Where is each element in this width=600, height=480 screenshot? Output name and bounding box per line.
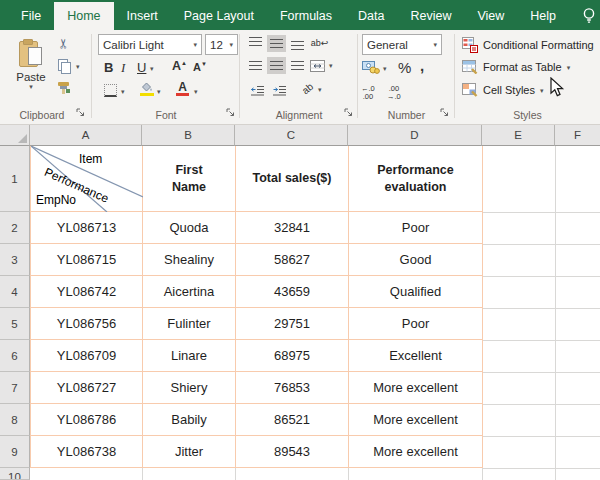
cell-name[interactable]: Babily [143, 404, 236, 436]
decrease-decimal-button[interactable]: .00 →.0 [387, 85, 401, 100]
fill-color-button[interactable] [139, 81, 154, 96]
copy-dropdown-icon[interactable]: ▾ [76, 63, 80, 71]
number-dialog-launcher-icon[interactable] [440, 107, 449, 119]
row-header-3[interactable]: 3 [0, 244, 30, 276]
orientation-dropdown-icon[interactable]: ▾ [318, 86, 322, 94]
tell-me-lightbulb-icon[interactable] [581, 6, 597, 25]
alignment-dialog-launcher-icon[interactable] [344, 107, 353, 119]
column-header-b[interactable]: B [142, 125, 235, 146]
conditional-formatting-button[interactable]: Conditional Formatting [462, 37, 594, 53]
tab-home[interactable]: Home [54, 2, 113, 30]
bold-button[interactable]: B [104, 60, 113, 75]
cell-sales[interactable]: 32841 [236, 212, 349, 244]
format-as-table-button[interactable]: Format as Table ▾ [462, 60, 570, 74]
cell-empno[interactable]: YL086713 [31, 212, 143, 244]
cell-sales[interactable]: 76853 [236, 372, 349, 404]
cell-eval[interactable]: More excellent [349, 404, 483, 436]
cell-d1-header[interactable]: Performance evaluation [349, 146, 483, 212]
cell-empno[interactable]: YL086756 [31, 308, 143, 340]
column-header-f[interactable]: F [555, 125, 600, 146]
number-format-select[interactable]: General▾ [362, 34, 442, 55]
font-size-select[interactable]: 12▾ [205, 34, 238, 55]
align-top-button[interactable] [246, 35, 265, 52]
cell-a1-diagonal-header[interactable]: Item Performance EmpNo [31, 146, 143, 212]
cell-eval[interactable]: Poor [349, 212, 483, 244]
cell-eval[interactable]: Excellent [349, 340, 483, 372]
tab-insert[interactable]: Insert [114, 2, 171, 30]
cell-name[interactable]: Jitter [143, 436, 236, 468]
cell-sales[interactable]: 29751 [236, 308, 349, 340]
cut-scissors-icon[interactable]: ✂ [56, 38, 71, 49]
paste-button[interactable]: Paste ▾ [10, 36, 52, 90]
row-header-5[interactable]: 5 [0, 308, 30, 340]
tab-formulas[interactable]: Formulas [267, 2, 345, 30]
merge-center-button[interactable] [308, 57, 327, 74]
align-middle-button[interactable] [267, 35, 286, 52]
cell-eval[interactable]: More excellent [349, 436, 483, 468]
cell-name[interactable]: Shiery [143, 372, 236, 404]
row-header-7[interactable]: 7 [0, 372, 30, 404]
copy-icon[interactable] [58, 59, 70, 73]
cell-sales[interactable]: 89543 [236, 436, 349, 468]
cell-name[interactable]: Aicertina [143, 276, 236, 308]
cell-name[interactable]: Quoda [143, 212, 236, 244]
column-header-d[interactable]: D [348, 125, 482, 146]
cell-name[interactable]: Fulinter [143, 308, 236, 340]
font-color-dropdown-icon[interactable]: ▾ [194, 88, 198, 96]
cell-empno[interactable]: YL086715 [31, 244, 143, 276]
cell-sales[interactable]: 43659 [236, 276, 349, 308]
clipboard-dialog-launcher-icon[interactable] [76, 107, 85, 119]
borders-dropdown-icon[interactable]: ▾ [121, 88, 125, 96]
tab-help[interactable]: Help [517, 2, 569, 30]
tab-page-layout[interactable]: Page Layout [171, 2, 267, 30]
row-header-4[interactable]: 4 [0, 276, 30, 308]
tab-review[interactable]: Review [397, 2, 464, 30]
increase-font-size-button[interactable]: A▲ [172, 59, 187, 73]
increase-decimal-button[interactable]: ←.0 .00 [361, 85, 375, 100]
align-right-button[interactable] [288, 57, 307, 74]
cell-name[interactable]: Linare [143, 340, 236, 372]
row-header-10[interactable]: 10 [0, 468, 30, 480]
select-all-corner[interactable] [0, 125, 30, 146]
underline-dropdown-icon[interactable]: ▾ [150, 65, 154, 73]
fill-dropdown-icon[interactable]: ▾ [157, 88, 161, 96]
column-header-e[interactable]: E [482, 125, 555, 146]
cell-b1-header[interactable]: First Name [143, 146, 236, 212]
borders-button-icon[interactable] [104, 84, 117, 97]
format-painter-icon[interactable] [57, 81, 72, 96]
font-dialog-launcher-icon[interactable] [226, 107, 235, 119]
cell-sales[interactable]: 58627 [236, 244, 349, 276]
align-center-button[interactable] [267, 57, 286, 74]
cell-empno[interactable]: YL086742 [31, 276, 143, 308]
align-bottom-button[interactable] [288, 35, 307, 52]
row-header-9[interactable]: 9 [0, 436, 30, 468]
font-name-select[interactable]: Calibri Light▾ [98, 34, 202, 55]
cell-sales[interactable]: 86521 [236, 404, 349, 436]
row-header-1[interactable]: 1 [0, 146, 30, 212]
cell-empno[interactable]: YL086709 [31, 340, 143, 372]
tab-data[interactable]: Data [345, 2, 397, 30]
wrap-text-button[interactable]: ab↩ [310, 35, 329, 52]
cell-empno[interactable]: YL086727 [31, 372, 143, 404]
comma-style-button[interactable]: , [420, 57, 424, 74]
cell-eval[interactable]: Qualified [349, 276, 483, 308]
font-color-button[interactable]: A [176, 82, 189, 96]
row-header-2[interactable]: 2 [0, 212, 30, 244]
percent-style-button[interactable]: % [398, 59, 411, 76]
cell-c1-header[interactable]: Total sales($) [236, 146, 349, 212]
underline-button[interactable]: U [137, 60, 146, 75]
row-header-6[interactable]: 6 [0, 340, 30, 372]
tab-file[interactable]: File [8, 2, 54, 30]
accounting-format-icon[interactable] [362, 60, 380, 76]
merge-dropdown-icon[interactable]: ▾ [329, 62, 333, 70]
cell-eval[interactable]: Good [349, 244, 483, 276]
cell-name[interactable]: Shealiny [143, 244, 236, 276]
accounting-dropdown-icon[interactable]: ▾ [383, 65, 387, 73]
tab-view[interactable]: View [464, 2, 517, 30]
row-header-8[interactable]: 8 [0, 404, 30, 436]
cell-sales[interactable]: 68975 [236, 340, 349, 372]
orientation-button[interactable]: ab [298, 80, 317, 97]
decrease-indent-button[interactable] [248, 81, 267, 98]
cell-empno[interactable]: YL086738 [31, 436, 143, 468]
column-header-c[interactable]: C [235, 125, 348, 146]
